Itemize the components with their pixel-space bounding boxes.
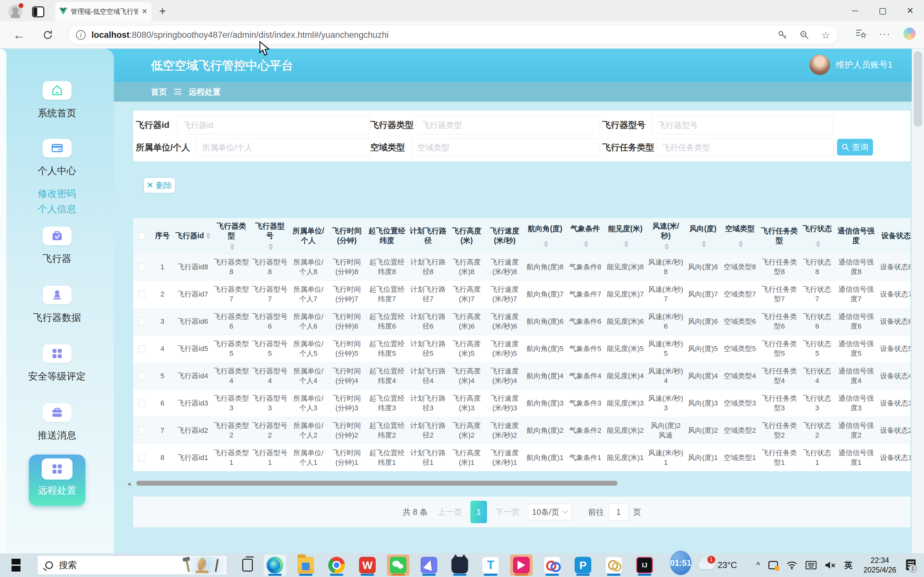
weather-widget[interactable]: 1 23°C [698, 560, 737, 570]
user-account[interactable]: 维护人员账号1 [809, 55, 893, 75]
sort-carets-icon[interactable] [664, 243, 669, 250]
sort-carets-icon[interactable] [230, 243, 234, 250]
sort-carets-icon[interactable] [206, 232, 210, 239]
column-header[interactable]: 风向(度) [685, 218, 720, 253]
netdisk-icon[interactable] [418, 554, 440, 576]
workspaces-icon[interactable] [32, 6, 44, 17]
page-size-select[interactable]: 10条/页 [528, 504, 572, 520]
wifi-icon[interactable] [787, 561, 797, 570]
select-all-checkbox[interactable] [139, 232, 145, 239]
row-checkbox[interactable] [139, 291, 145, 298]
goto-page-input[interactable] [609, 503, 628, 521]
t-app-icon[interactable]: T [479, 554, 502, 576]
window-close-button[interactable]: ✕ [897, 0, 924, 21]
user-avatar[interactable] [809, 55, 830, 75]
sort-carets-icon[interactable] [268, 243, 273, 250]
browser-menu-icon[interactable]: ··· [879, 28, 891, 39]
new-tab-button[interactable]: + [159, 5, 166, 18]
table-row[interactable]: 2飞行器id7飞行器类型7飞行器型号7所属单位/个人7飞行时间(分钟)7起飞位置… [133, 280, 911, 308]
scroll-left-icon[interactable]: ◂ [128, 480, 131, 488]
column-header[interactable]: 风速(米/秒) [646, 218, 685, 253]
copilot-icon[interactable] [903, 27, 916, 40]
tab-close-icon[interactable]: ✕ [142, 7, 148, 16]
wps-icon[interactable]: W [356, 554, 379, 576]
filter-input-4[interactable] [196, 138, 371, 157]
keyboard-icon[interactable] [806, 561, 817, 569]
sidebar-item-7[interactable]: 远程处置 [29, 455, 86, 506]
browser-profile-avatar[interactable] [8, 5, 23, 19]
sidebar-item-5[interactable]: 安全等级评定 [0, 344, 114, 383]
prev-page-button[interactable]: 上一页 [438, 507, 462, 517]
column-header[interactable]: 飞行器id [174, 218, 212, 253]
table-row[interactable]: 5飞行器id4飞行器类型4飞行器型号4所属单位/个人4飞行时间(分钟)4起飞位置… [133, 362, 911, 390]
file-explorer-icon[interactable] [294, 554, 317, 576]
row-checkbox[interactable] [139, 345, 145, 352]
zoom-icon[interactable] [800, 30, 809, 40]
delete-button[interactable]: ✕ 删除 [144, 177, 176, 193]
column-header[interactable]: 飞行器类型 [212, 218, 250, 253]
refresh-button[interactable] [42, 29, 53, 42]
p-app-icon[interactable]: P [572, 554, 594, 576]
search-highlight-image[interactable] [178, 556, 226, 574]
sort-carets-icon[interactable] [624, 241, 628, 247]
input-language-indicator[interactable]: 英 [844, 560, 853, 571]
bookmark-star-icon[interactable]: ☆ [821, 29, 830, 41]
windows-start-icon[interactable] [11, 559, 21, 572]
table-row[interactable]: 8飞行器id1飞行器类型1飞行器型号1所属单位/个人1飞行时间(分钟)1起飞位置… [133, 444, 911, 471]
back-button[interactable]: ← [13, 28, 25, 42]
column-header[interactable]: 气象条件 [566, 218, 604, 253]
filter-input-1[interactable] [177, 116, 369, 134]
sidebar-sublink-1[interactable]: 修改密码 [0, 187, 114, 200]
clock-date[interactable]: 22:34 2025/4/26 [863, 556, 896, 575]
column-header[interactable]: 飞行器型号 [250, 218, 289, 253]
edge-icon[interactable] [264, 554, 286, 576]
row-checkbox[interactable] [139, 263, 145, 271]
row-checkbox[interactable] [139, 400, 145, 407]
column-header[interactable]: 能见度(米) [604, 218, 646, 253]
tray-expand-icon[interactable]: ^ [756, 560, 760, 570]
sidebar-item-1[interactable]: 系统首页 [0, 81, 114, 120]
sort-carets-icon[interactable] [738, 241, 743, 247]
window-minimize-button[interactable]: ─ [841, 0, 869, 21]
window-maximize-button[interactable]: ▢ [869, 0, 897, 21]
filter-input-5[interactable] [411, 138, 600, 157]
sort-carets-icon[interactable] [702, 241, 706, 247]
sidebar-item-3[interactable]: 飞行器 [0, 227, 114, 266]
sidebar-item-6[interactable]: 推送消息 [0, 403, 114, 442]
address-bar[interactable]: i localhost:8080/springboothoy487er/admi… [68, 25, 838, 45]
favorites-bar-icon[interactable] [855, 29, 866, 39]
taskbar-search[interactable]: 搜索 [37, 556, 227, 575]
filter-input-3[interactable] [652, 116, 833, 134]
next-page-button[interactable]: 下一页 [495, 507, 519, 517]
table-row[interactable]: 7飞行器id2飞行器类型2飞行器型号2所属单位/个人2飞行时间(分钟)2起飞位置… [133, 417, 911, 444]
horizontal-scrollbar[interactable]: ◂ ▸ [133, 479, 911, 488]
contact-app-icon[interactable] [768, 561, 778, 569]
page-scrollbar[interactable] [912, 49, 924, 553]
filter-input-6[interactable] [656, 138, 834, 157]
table-row[interactable]: 1飞行器id8飞行器类型8飞行器型号8所属单位/个人8飞行时间(分钟)8起飞位置… [133, 253, 911, 280]
scrollbar-thumb[interactable] [136, 481, 618, 486]
rings-app-icon[interactable] [541, 554, 564, 576]
table-row[interactable]: 4飞行器id5飞行器类型5飞行器型号5所属单位/个人5飞行时间(分钟)5起飞位置… [133, 335, 911, 362]
sidebar-sublink-2[interactable]: 个人信息 [0, 203, 114, 216]
table-row[interactable]: 3飞行器id6飞行器类型6飞行器型号6所属单位/个人6飞行时间(分钟)6起飞位置… [133, 308, 911, 335]
browser-tab[interactable]: 管理端-低空空域飞行管控中心平台 ✕ [55, 2, 152, 21]
sort-carets-icon[interactable] [544, 241, 548, 247]
row-checkbox[interactable] [139, 318, 145, 325]
search-button[interactable]: 查询 [837, 139, 873, 155]
filter-input-2[interactable] [416, 116, 600, 134]
cat-app-icon[interactable] [449, 554, 471, 576]
chrome-icon[interactable] [325, 554, 348, 576]
row-checkbox[interactable] [139, 372, 145, 380]
site-info-icon[interactable]: i [76, 30, 86, 40]
column-header[interactable]: 飞行状态 [800, 218, 835, 253]
sidebar-item-4[interactable]: 飞行器数据 [0, 285, 114, 324]
sort-carets-icon[interactable] [584, 241, 588, 247]
row-checkbox[interactable] [139, 427, 145, 434]
breadcrumb-home[interactable]: 首页 [151, 87, 167, 97]
table-row[interactable]: 6飞行器id3飞行器类型3飞行器型号3所属单位/个人3飞行时间(分钟)3起飞位置… [133, 390, 911, 417]
password-key-icon[interactable] [778, 30, 787, 40]
notification-center-icon[interactable]: 1 [906, 559, 915, 572]
row-checkbox[interactable] [139, 454, 145, 461]
volume-muted-icon[interactable] [825, 561, 836, 570]
